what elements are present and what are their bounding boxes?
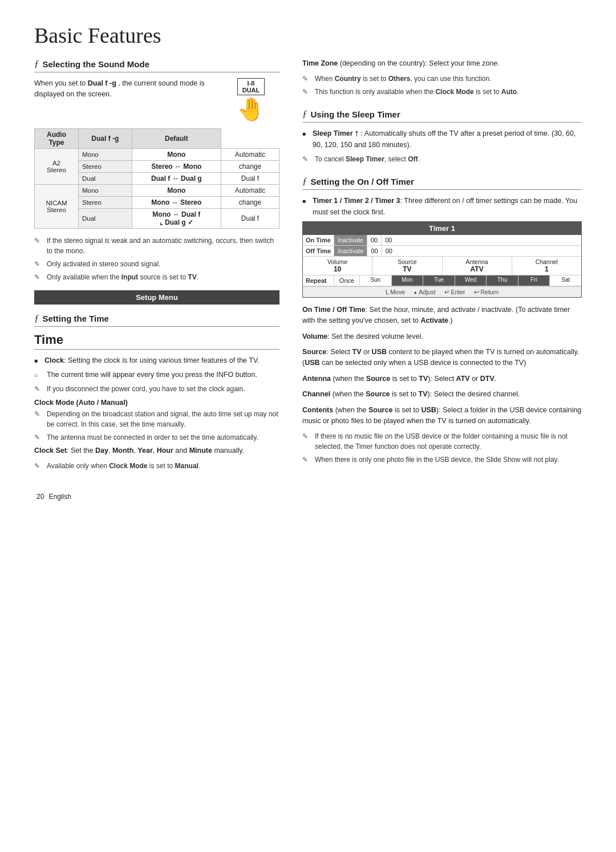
sound-mode-body: When you set to Dual f -g , the current … bbox=[34, 78, 217, 100]
timer-day-thu: Thu bbox=[487, 275, 518, 286]
timer-antenna-cell: Antenna ATV bbox=[443, 257, 512, 275]
no-music-note: If there is no music file on the USB dev… bbox=[302, 431, 582, 452]
broadcast-note: Depending on the broadcast station and s… bbox=[34, 409, 279, 429]
dual-badge-line2: DUAL bbox=[242, 87, 260, 94]
on-off-time-note: On Time / Off Time: Set the hour, minute… bbox=[302, 305, 582, 327]
table-type-mono1: Mono bbox=[78, 149, 132, 161]
section-time-title: ƒ Setting the Time bbox=[34, 313, 279, 327]
clock-mode-auto-note: This function is only available when the… bbox=[302, 87, 582, 97]
power-cord-note: If you disconnect the power cord, you ha… bbox=[34, 384, 279, 394]
timer-on-inactivate: Inactivate bbox=[334, 235, 367, 245]
manual-note: Available only when Clock Mode is set to… bbox=[34, 461, 279, 471]
left-column: ƒ Selecting the Sound Mode When you set … bbox=[34, 58, 279, 474]
table-type-mono2: Mono bbox=[78, 185, 132, 197]
section-f-icon-3: ƒ bbox=[302, 108, 307, 120]
table-type-dual1: Dual bbox=[78, 173, 132, 185]
timer-on-time-cells: Inactivate 00 00 bbox=[334, 235, 581, 245]
right-column: Time Zone (depending on the country): Se… bbox=[302, 58, 582, 474]
dual-graphic: I-II DUAL 🤚 bbox=[222, 78, 279, 120]
timer-on-hour: 00 bbox=[367, 235, 382, 245]
table-default-auto2: Automatic bbox=[221, 185, 279, 197]
timer-on-time-label: On Time bbox=[303, 235, 334, 245]
dual-image-area: When you set to Dual f -g , the current … bbox=[34, 78, 279, 120]
note-stereo-only: Only activated in stereo sound signal. bbox=[34, 259, 279, 269]
table-default-change2: change bbox=[221, 197, 279, 209]
timer-on-min: 00 bbox=[382, 235, 395, 245]
page-title: Basic Features bbox=[34, 23, 582, 48]
section-f-icon-2: ƒ bbox=[34, 313, 39, 324]
timer-channel-cell: Channel 1 bbox=[512, 257, 581, 275]
timer-box: Timer 1 On Time Inactivate 00 00 Off Tim… bbox=[302, 221, 582, 298]
timer-off-time-label: Off Time bbox=[303, 246, 334, 256]
section-sleep-title: ƒ Using the Sleep Timer bbox=[302, 108, 582, 123]
page-language: English bbox=[49, 493, 71, 501]
timer-day-sun: Sun bbox=[360, 275, 392, 286]
table-header-dual: Dual f -g bbox=[78, 129, 132, 149]
table-default-change1: change bbox=[221, 161, 279, 173]
table-row: A2Stereo Mono Mono Automatic bbox=[35, 149, 279, 161]
table-type-stereo1: Stereo bbox=[78, 161, 132, 173]
volume-note: Volume: Set the desired volume level. bbox=[302, 331, 582, 342]
cancel-sleep-note: To cancel Sleep Timer, select Off. bbox=[302, 154, 582, 164]
note-stereo-weak: If the stereo signal is weak and an auto… bbox=[34, 236, 279, 256]
table-dual-mono2: Mono bbox=[132, 185, 221, 197]
section-f-icon-4: ƒ bbox=[302, 176, 307, 187]
timer-repeat-row: Repeat Once Sun Mon Tue Wed Thu Fri Sat bbox=[303, 275, 581, 286]
table-dual-mono1: Mono bbox=[132, 149, 221, 161]
timer-source-cell: Source TV bbox=[372, 257, 442, 275]
info-button-note: The current time will appear every time … bbox=[34, 370, 279, 380]
table-dual-stereo1: Stereo ↔ Mono bbox=[132, 161, 221, 173]
sleep-timer-bullet: Sleep Timer † : Automatically shuts off … bbox=[302, 128, 582, 151]
table-default-dualf2: Dual f bbox=[221, 209, 279, 229]
section-time-label: Setting the Time bbox=[43, 314, 109, 323]
source-note: Source: Select TV or USB content to be p… bbox=[302, 347, 582, 369]
timer-day-fri: Fri bbox=[518, 275, 550, 286]
contents-note: Contents (when the Source is set to USB)… bbox=[302, 405, 582, 427]
table-dual-stereo2: Mono ↔ Stereo bbox=[132, 197, 221, 209]
timer-channel-val: 1 bbox=[545, 265, 549, 273]
channel-note: Channel (when the Source is set to TV): … bbox=[302, 389, 582, 400]
timer-box-title: Timer 1 bbox=[303, 222, 581, 235]
page-number-value: 20 bbox=[37, 493, 44, 501]
timezone-text: Time Zone (depending on the country): Se… bbox=[302, 58, 582, 69]
section-f-icon: ƒ bbox=[34, 58, 39, 70]
timer-day-sat: Sat bbox=[550, 275, 581, 286]
timer-off-inactivate: Inactivate bbox=[334, 246, 367, 256]
timer-off-time-row: Off Time Inactivate 00 00 bbox=[303, 246, 581, 257]
antenna-tv-note: Antenna (when the Source is set to TV): … bbox=[302, 374, 582, 384]
section-timer-title: ƒ Setting the On / Off Timer bbox=[302, 176, 582, 190]
table-header-audio: AudioType bbox=[35, 129, 79, 149]
table-row: NICAMStereo Mono Mono Automatic bbox=[35, 185, 279, 197]
timer-repeat-label: Repeat bbox=[303, 275, 334, 286]
table-default-dualf1: Dual f bbox=[221, 173, 279, 185]
clock-set-text: Clock Set: Set the Day, Month, Year, Hou… bbox=[34, 445, 279, 456]
timer-nav-enter: ↵ Enter bbox=[444, 289, 465, 295]
dual-body-text: When you set to Dual f -g , the current … bbox=[34, 78, 217, 100]
page-number: 20 English bbox=[34, 491, 582, 501]
timer-once-val: Once bbox=[334, 275, 360, 286]
timer-repeat-cells: Once Sun Mon Tue Wed Thu Fri Sat bbox=[334, 275, 581, 286]
hand-icon: 🤚 bbox=[237, 98, 265, 120]
timer-nav-adjust: ⬧ Adjust bbox=[414, 289, 436, 295]
one-photo-note: When there is only one photo file in the… bbox=[302, 455, 582, 465]
timer-volume-val: 10 bbox=[334, 265, 341, 273]
timer-day-wed: Wed bbox=[455, 275, 487, 286]
timer-source-val: TV bbox=[403, 265, 411, 273]
timer-bullet: Timer 1 / Timer 2 / Timer 3: Three diffe… bbox=[302, 196, 582, 218]
table-group-a2: A2Stereo bbox=[35, 149, 79, 185]
table-default-auto1: Automatic bbox=[221, 149, 279, 161]
note-input-tv: Only available when the Input source is … bbox=[34, 272, 279, 282]
timer-day-tue: Tue bbox=[423, 275, 455, 286]
timer-nav-move: L Move bbox=[386, 289, 405, 295]
timer-off-hour: 00 bbox=[367, 246, 382, 256]
audio-table: AudioType Dual f -g Default A2Stereo Mon… bbox=[34, 128, 279, 229]
timer-settings-row: Volume 10 Source TV Antenna ATV Channel … bbox=[303, 257, 581, 275]
timer-day-cells: Sun Mon Tue Wed Thu Fri Sat bbox=[360, 275, 581, 286]
table-group-nicam: NICAMStereo bbox=[35, 185, 79, 229]
section-timer-label: Setting the On / Off Timer bbox=[311, 177, 414, 186]
section-sound-mode-label: Selecting the Sound Mode bbox=[43, 59, 150, 69]
timer-nav-row: L Move ⬧ Adjust ↵ Enter ↩ Return bbox=[303, 286, 581, 297]
setup-menu-bar: Setup Menu bbox=[34, 290, 279, 305]
dual-badge-line1: I-II bbox=[242, 80, 260, 87]
table-header-default: Default bbox=[132, 129, 221, 149]
